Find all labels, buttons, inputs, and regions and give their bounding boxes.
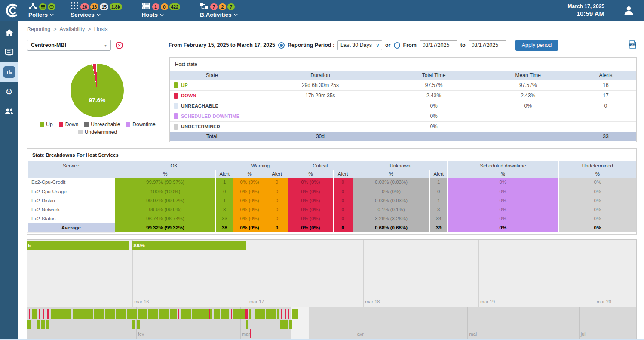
timeline-down-segment <box>281 309 282 319</box>
timeline-up-segment <box>94 309 104 319</box>
mean-time-cell: 0% <box>481 101 575 111</box>
clear-selection-icon[interactable]: ✕ <box>116 42 123 49</box>
day-gridline <box>478 240 479 307</box>
centreon-app: Pollers 2616151.8k Services <box>0 0 644 340</box>
alerts-cell <box>575 111 636 121</box>
legend-label: Downtime <box>132 121 155 127</box>
custom-range-radio[interactable] <box>394 42 400 49</box>
menu-hosts[interactable]: 10422 Hosts <box>142 3 181 18</box>
reporting-period-radio[interactable] <box>278 42 285 49</box>
or-label: or <box>385 42 391 48</box>
user-icon <box>623 5 635 16</box>
current-date-marker <box>250 329 251 338</box>
service-name-cell: Ec2-Status <box>28 214 115 223</box>
alerts-cell: 17 <box>575 90 636 101</box>
host-select[interactable]: Centreon-MBI ▾ <box>27 40 111 51</box>
sidebar-item-administration[interactable] <box>0 102 18 121</box>
centreon-logo[interactable] <box>3 3 21 18</box>
undetermined-pct-cell: 0% <box>558 223 636 232</box>
unknown-alert-cell: 34 <box>430 214 448 223</box>
sub-header: % <box>353 170 430 178</box>
menu-bactivities[interactable]: 727 B.Activities <box>200 3 238 18</box>
breadcrumb-availability[interactable]: Availability <box>60 26 85 32</box>
monitoring-console-icon <box>4 47 14 57</box>
critical-alert-cell: 0 <box>333 214 353 223</box>
timeline-up-segment <box>255 309 264 319</box>
ok-alert-cell: 38 <box>216 223 233 232</box>
total-cell: 33 <box>575 132 636 141</box>
month-axis-label: mar <box>242 331 250 337</box>
menu-services[interactable]: 2616151.8k Services <box>71 3 122 18</box>
breadcrumb-reporting[interactable]: Reporting <box>27 26 50 32</box>
sub-header: % <box>233 170 266 178</box>
legend-label: Unreachable <box>91 121 120 127</box>
breadcrumb: Reporting>Availability>Hosts <box>27 26 108 32</box>
breakdown-subheader-row: %Alert%Alert%Alert%Alert%% <box>28 170 637 178</box>
legend-item: Downtime <box>126 121 155 127</box>
total-time-cell: 0% <box>387 111 481 121</box>
legend-swatch <box>78 130 83 134</box>
reporting-period-label: Reporting Period : <box>288 42 334 48</box>
ok-alert-cell: 1 <box>216 196 233 205</box>
timeline-up-segment <box>127 309 137 319</box>
legend-swatch <box>84 122 89 127</box>
csv-export-button[interactable]: CSV <box>629 40 636 50</box>
sub-header: % <box>288 170 333 178</box>
state-color-swatch <box>174 113 178 119</box>
timeline-navigator[interactable]: fevmaravrmaijui <box>27 307 636 339</box>
top-navigation-bar: Pollers 2616151.8k Services <box>0 0 644 21</box>
sidebar-item-home[interactable] <box>0 22 18 42</box>
host-state-panel: Host state StateDurationTotal TimeMean T… <box>169 57 637 142</box>
breakdown-header-row: ServiceOKWarningCriticalUnknownScheduled… <box>28 161 637 170</box>
timeline-up-segment <box>37 320 40 329</box>
sidebar-item-monitoring[interactable] <box>0 42 18 62</box>
service-name-cell: Ec2-Cpu-Credit <box>28 178 115 187</box>
month-gridline <box>579 307 580 339</box>
select-arrow-icon: ▾ <box>104 43 107 48</box>
day-axis-label: mar 17 <box>249 299 264 304</box>
service-name-cell: Ec2-Cpu-Usage <box>28 187 115 196</box>
apply-period-button[interactable]: Apply period <box>515 40 558 51</box>
unknown-alert-cell: 1 <box>430 178 448 187</box>
host-state-total-row: Total30d33 <box>170 132 636 141</box>
total-cell <box>481 132 575 141</box>
total-time-cell: 2.43% <box>387 90 481 101</box>
warning-pct-cell: 0% (0%) <box>233 187 266 196</box>
user-menu[interactable] <box>619 4 638 17</box>
host-state-row: UNREACHABLE0%0%0 <box>170 101 636 111</box>
scheduled-pct-cell: 0% <box>448 205 559 214</box>
duration-cell: 17h 29m 35s <box>254 90 386 101</box>
scheduled-pct-cell: 0% <box>448 178 559 187</box>
timeline-up-segment <box>233 309 236 319</box>
left-sidebar: ⚙ <box>0 21 18 339</box>
sub-header: % <box>448 170 559 178</box>
undetermined-pct-cell: 0% <box>558 196 636 205</box>
period-select[interactable]: Last 30 Days ∨ <box>337 40 382 50</box>
alerts-cell: 0 <box>575 101 636 111</box>
timeline-down-segment <box>29 309 30 319</box>
timeline-up-segment <box>27 320 31 329</box>
menu-pollers[interactable]: Pollers <box>28 3 55 18</box>
to-date-input[interactable] <box>469 40 506 50</box>
alerts-cell <box>575 121 636 132</box>
day-gridline <box>248 240 248 307</box>
undetermined-pct-cell: 0% <box>558 187 636 196</box>
timeline-up-segment <box>138 309 147 319</box>
total-time-cell: 97.57% <box>387 80 481 90</box>
sidebar-item-configuration[interactable]: ⚙ <box>0 82 18 102</box>
sidebar-item-reporting[interactable] <box>0 62 18 82</box>
timeline-up-segment <box>280 320 288 329</box>
critical-pct-cell: 0% (0%) <box>288 205 333 214</box>
unknown-pct-cell: 0.03% (0.03%) <box>353 178 430 187</box>
breadcrumb-hosts[interactable]: Hosts <box>94 26 108 32</box>
unknown-alert-cell: 1 <box>430 196 448 205</box>
hosts-label: Hosts <box>142 12 158 18</box>
ok-alert-cell: 1 <box>216 178 233 187</box>
critical-pct-cell: 0% (0%) <box>288 214 333 223</box>
ok-pct-cell: 99.97% (99.97%) <box>115 196 216 205</box>
warning-pct-cell: 0% (0%) <box>233 196 266 205</box>
column-header: Alerts <box>575 71 636 80</box>
from-date-input[interactable] <box>420 40 457 50</box>
service-name-cell: Ec2-Network <box>28 205 115 214</box>
state-label: UNDETERMINED <box>181 124 220 129</box>
